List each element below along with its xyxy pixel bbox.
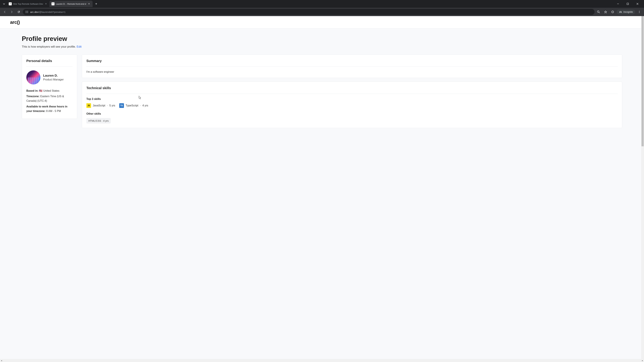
svg-point-12 bbox=[639, 11, 640, 11]
svg-rect-7 bbox=[27, 12, 28, 12]
browser-chrome: ⌃ Hire Top Remote Software Dev × ⌃ Laure… bbox=[0, 0, 644, 16]
forward-button[interactable] bbox=[9, 9, 15, 15]
other-skills-row: HTML/CSS · 4 yrs bbox=[86, 118, 618, 123]
skill-icon: JS bbox=[86, 103, 91, 108]
detail-timezone: Timezone: Eastern Time (US & Canada) (UT… bbox=[26, 94, 72, 103]
skill-name: TypeScript bbox=[126, 104, 138, 107]
detail-based-in: Based in: 🇺🇸 United States bbox=[26, 88, 72, 93]
svg-point-10 bbox=[598, 11, 599, 12]
skill-sep: · bbox=[107, 104, 108, 107]
window-controls bbox=[614, 1, 643, 6]
tab-close-button[interactable]: × bbox=[88, 2, 90, 5]
tab-favicon-icon: ⌃ bbox=[9, 2, 12, 5]
vertical-scrollbar[interactable] bbox=[641, 16, 644, 359]
url-text: arc.dev/@laurendeli?preview=1 bbox=[30, 10, 592, 13]
maximize-button[interactable] bbox=[624, 1, 632, 6]
summary-text: I'm a software engineer bbox=[86, 70, 618, 73]
svg-rect-6 bbox=[26, 12, 27, 12]
detail-hours: Available to work these hours in your ti… bbox=[26, 104, 72, 113]
profile-header: Lauren D. Product Manager bbox=[26, 70, 72, 84]
skill-years: 5 yrs bbox=[109, 104, 115, 107]
other-skills-label: Other skills bbox=[86, 112, 618, 115]
divider bbox=[26, 66, 72, 67]
minimize-button[interactable] bbox=[614, 1, 622, 6]
new-tab-button[interactable]: + bbox=[94, 1, 99, 6]
search-icon[interactable] bbox=[596, 9, 602, 15]
avatar bbox=[26, 70, 40, 84]
profile-role: Product Manager bbox=[43, 78, 64, 81]
address-bar: arc.dev/@laurendeli?preview=1 Incognito bbox=[0, 8, 644, 16]
tab-bar: ⌃ Hire Top Remote Software Dev × ⌃ Laure… bbox=[0, 0, 644, 8]
edit-link[interactable]: Edit bbox=[77, 45, 82, 48]
divider bbox=[86, 94, 618, 94]
content-grid: Personal details Lauren D. Product Manag… bbox=[22, 54, 622, 128]
bookmark-icon[interactable] bbox=[602, 9, 608, 15]
divider bbox=[86, 66, 618, 67]
card-title: Summary bbox=[86, 59, 618, 63]
svg-point-14 bbox=[639, 12, 640, 13]
page-title: Profile preview bbox=[22, 35, 622, 42]
tab-active[interactable]: ⌃ Lauren D. - Remote front-end d × bbox=[50, 1, 92, 7]
page-body: Profile preview This is how employers wi… bbox=[0, 28, 644, 359]
technical-skills-card: Technical skills Top 3 skills JSJavaScri… bbox=[82, 82, 622, 128]
site-info-icon[interactable] bbox=[25, 10, 28, 13]
tab-inactive[interactable]: ⌃ Hire Top Remote Software Dev × bbox=[7, 1, 50, 7]
tab-favicon-icon: ⌃ bbox=[52, 2, 54, 5]
profile-name: Lauren D. bbox=[43, 74, 64, 77]
svg-rect-4 bbox=[26, 11, 27, 11]
page-subtitle: This is how employers will see your prof… bbox=[22, 45, 622, 48]
site-header: arc() bbox=[0, 16, 644, 28]
svg-rect-1 bbox=[627, 3, 628, 5]
right-column: Summary I'm a software engineer Technica… bbox=[82, 54, 622, 128]
svg-line-11 bbox=[599, 12, 600, 13]
tab-title: Hire Top Remote Software Dev bbox=[13, 3, 43, 5]
personal-details-card: Personal details Lauren D. Product Manag… bbox=[22, 54, 77, 119]
back-button[interactable] bbox=[2, 9, 8, 15]
svg-point-13 bbox=[639, 12, 640, 12]
svg-rect-5 bbox=[27, 11, 28, 11]
tab-title: Lauren D. - Remote front-end d bbox=[56, 3, 86, 5]
scrollbar-thumb[interactable] bbox=[642, 16, 644, 146]
svg-rect-9 bbox=[27, 12, 28, 13]
top-skills-row: JSJavaScript · 5 yrsTSTypeScript · 4 yrs bbox=[86, 103, 618, 108]
close-button[interactable] bbox=[634, 1, 641, 6]
card-title: Technical skills bbox=[86, 86, 618, 90]
tab-close-button[interactable]: × bbox=[44, 2, 48, 5]
url-bar[interactable]: arc.dev/@laurendeli?preview=1 bbox=[23, 9, 594, 15]
skill-name: JavaScript bbox=[93, 104, 105, 107]
tab-search-dropdown[interactable] bbox=[1, 1, 7, 6]
left-column: Personal details Lauren D. Product Manag… bbox=[22, 54, 77, 128]
incognito-badge[interactable]: Incognito bbox=[617, 9, 635, 14]
incognito-label: Incognito bbox=[623, 10, 633, 13]
skill-item: TSTypeScript · 4 yrs bbox=[119, 103, 148, 108]
skill-item: JSJavaScript · 5 yrs bbox=[86, 103, 115, 108]
top-skills-label: Top 3 skills bbox=[86, 97, 618, 100]
skill-years: 4 yrs bbox=[142, 104, 148, 107]
logo[interactable]: arc() bbox=[10, 19, 20, 25]
skill-sep: · bbox=[140, 104, 140, 107]
summary-card: Summary I'm a software engineer bbox=[82, 54, 622, 78]
incognito-icon bbox=[619, 11, 622, 13]
page-viewport: arc() Profile preview This is how employ… bbox=[0, 16, 644, 359]
svg-rect-8 bbox=[26, 12, 27, 13]
card-title: Personal details bbox=[26, 59, 72, 63]
skill-icon: TS bbox=[119, 103, 124, 108]
extensions-icon[interactable] bbox=[610, 9, 616, 15]
menu-icon[interactable] bbox=[636, 9, 642, 15]
reload-button[interactable] bbox=[16, 9, 22, 15]
skill-chip: HTML/CSS · 4 yrs bbox=[86, 118, 111, 123]
